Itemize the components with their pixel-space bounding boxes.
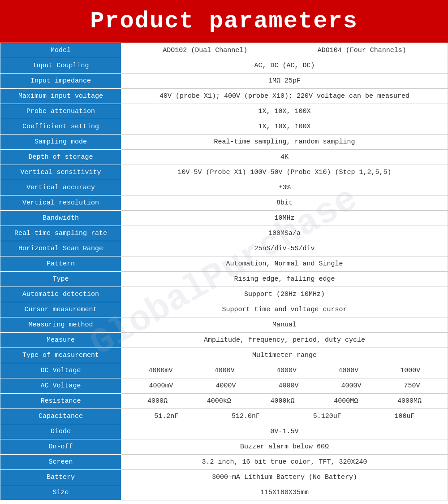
table-row: Size115X180X35mm	[0, 485, 448, 500]
param-value-item: 4000kΩ	[270, 397, 294, 405]
param-value: 3000+mA Lithium Battery (No Battery)	[121, 470, 448, 485]
param-value: AC, DC (AC, DC)	[121, 58, 448, 74]
param-label: Model	[0, 43, 121, 58]
table-row: Screen3.2 inch, 16 bit true color, TFT, …	[0, 455, 448, 470]
table-row: Vertical resolution8bit	[0, 196, 448, 211]
param-value-item: 4000V	[215, 367, 235, 374]
param-label: Measuring method	[0, 317, 121, 333]
param-label: Resistance	[0, 394, 121, 409]
param-value: 1MΩ 25pF	[121, 74, 448, 89]
param-label: Measure	[0, 333, 121, 348]
param-value: 40V (probe X1); 400V (probe X10); 220V v…	[121, 89, 448, 104]
param-label: AC Voltage	[0, 378, 121, 394]
param-value-item: 4000Ω	[147, 397, 168, 405]
param-value: Real-time sampling, random sampling	[121, 135, 448, 150]
param-value: 10V-5V (Probe X1) 100V-50V (Probe X10) (…	[121, 165, 448, 180]
table-row: Input CouplingAC, DC (AC, DC)	[0, 58, 448, 74]
table-row: Sampling modeReal-time sampling, random …	[0, 135, 448, 150]
table-row: Real-time sampling rate100MSa/a	[0, 226, 448, 241]
param-value-item: 4000V	[341, 382, 361, 390]
param-value-item: 4000mV	[149, 382, 173, 390]
param-value: Buzzer alarm below 60Ω	[121, 439, 448, 455]
table-row: Cursor measurementSupport time and volta…	[0, 302, 448, 317]
table-row: Automatic detectionSupport (20Hz-10MHz)	[0, 287, 448, 302]
param-value: 1X, 10X, 100X	[121, 104, 448, 119]
table-row: AC Voltage4000mV4000V4000V4000V750V	[0, 378, 448, 394]
param-value-item: 4000MΩ	[334, 397, 358, 405]
table-row: On-offBuzzer alarm below 60Ω	[0, 439, 448, 455]
param-value-item: 4000kΩ	[207, 397, 231, 405]
param-label: Capacitance	[0, 409, 121, 424]
param-value: 25nS/div-5S/div	[121, 241, 448, 256]
param-label: Maximum input voltage	[0, 89, 121, 104]
param-value: 4000mV4000V4000V4000V1000V	[121, 363, 448, 378]
param-label: Input Coupling	[0, 58, 121, 74]
param-value-item: 51.2nF	[154, 413, 178, 420]
param-value-item: 4000V	[276, 367, 297, 374]
param-label: Type of measurement	[0, 348, 121, 363]
param-label: Type	[0, 272, 121, 287]
table-row: Horizontal Scan Range25nS/div-5S/div	[0, 241, 448, 256]
table-row: DC Voltage4000mV4000V4000V4000V1000V	[0, 363, 448, 378]
param-label: Sampling mode	[0, 135, 121, 150]
param-label: Automatic detection	[0, 287, 121, 302]
param-label: Bandwidth	[0, 211, 121, 226]
table-row: Coefficient setting1X, 10X, 100X	[0, 119, 448, 135]
table-row: Type of measurementMultimeter range	[0, 348, 448, 363]
table-row: Capacitance51.2nF512.0nF5.120uF100uF	[0, 409, 448, 424]
param-label: Probe attenuation	[0, 104, 121, 119]
table-row: Depth of storage4K	[0, 150, 448, 165]
table-row: Measuring methodManual	[0, 317, 448, 333]
param-value: Automation, Normal and Single	[121, 256, 448, 272]
table-row: Bandwidth10MHz	[0, 211, 448, 226]
table-row: TypeRising edge, falling edge	[0, 272, 448, 287]
param-value: 3.2 inch, 16 bit true color, TFT, 320X24…	[121, 455, 448, 470]
param-label: DC Voltage	[0, 363, 121, 378]
param-value: Manual	[121, 317, 448, 333]
param-label: Depth of storage	[0, 150, 121, 165]
param-value-item: 5.120uF	[313, 413, 341, 420]
table-row: ModelADO102 (Dual Channel)ADO104 (Four C…	[0, 43, 448, 58]
param-value: 115X180X35mm	[121, 485, 448, 500]
param-value-item: 100uF	[395, 413, 415, 420]
table-row: Maximum input voltage40V (probe X1); 400…	[0, 89, 448, 104]
param-value-item: 4000MΩ	[397, 397, 422, 405]
table-row: Resistance4000Ω4000kΩ4000kΩ4000MΩ4000MΩ	[0, 394, 448, 409]
param-value-item: 512.0nF	[232, 413, 260, 420]
param-value-item: 4000V	[338, 367, 358, 374]
table-row: PatternAutomation, Normal and Single	[0, 256, 448, 272]
param-value: 100MSa/a	[121, 226, 448, 241]
param-value: Rising edge, falling edge	[121, 272, 448, 287]
param-label: Diode	[0, 424, 121, 439]
param-value-item: 750V	[404, 382, 420, 390]
param-value: Amplitude, frequency, period, duty cycle	[121, 333, 448, 348]
param-value: 51.2nF512.0nF5.120uF100uF	[121, 409, 448, 424]
param-label: Cursor measurement	[0, 302, 121, 317]
param-label: On-off	[0, 439, 121, 455]
param-value: Multimeter range	[121, 348, 448, 363]
param-value: ADO102 (Dual Channel)ADO104 (Four Channe…	[121, 43, 448, 58]
table-row: Probe attenuation1X, 10X, 100X	[0, 104, 448, 119]
page-title: Product parameters	[4, 8, 444, 35]
param-label: Vertical accuracy	[0, 180, 121, 196]
table-row: Vertical sensitivity10V-5V (Probe X1) 10…	[0, 165, 448, 180]
table-row: MeasureAmplitude, frequency, period, dut…	[0, 333, 448, 348]
table-row: Vertical accuracy±3%	[0, 180, 448, 196]
param-value-item: ADO104 (Four Channels)	[318, 47, 406, 54]
param-label: Coefficient setting	[0, 119, 121, 135]
header: Product parameters	[0, 0, 448, 43]
param-label: Battery	[0, 470, 121, 485]
param-label: Horizontal Scan Range	[0, 241, 121, 256]
param-value: Support (20Hz-10MHz)	[121, 287, 448, 302]
param-value: 4000Ω4000kΩ4000kΩ4000MΩ4000MΩ	[121, 394, 448, 409]
table-row: Input impedance1MΩ 25pF	[0, 74, 448, 89]
param-label: Pattern	[0, 256, 121, 272]
param-value: 10MHz	[121, 211, 448, 226]
param-value-item: ADO102 (Dual Channel)	[163, 47, 247, 54]
param-label: Size	[0, 485, 121, 500]
table-row: Battery3000+mA Lithium Battery (No Batte…	[0, 470, 448, 485]
param-value: 8bit	[121, 196, 448, 211]
param-label: Vertical resolution	[0, 196, 121, 211]
param-label: Input impedance	[0, 74, 121, 89]
param-value-item: 4000V	[215, 382, 236, 390]
